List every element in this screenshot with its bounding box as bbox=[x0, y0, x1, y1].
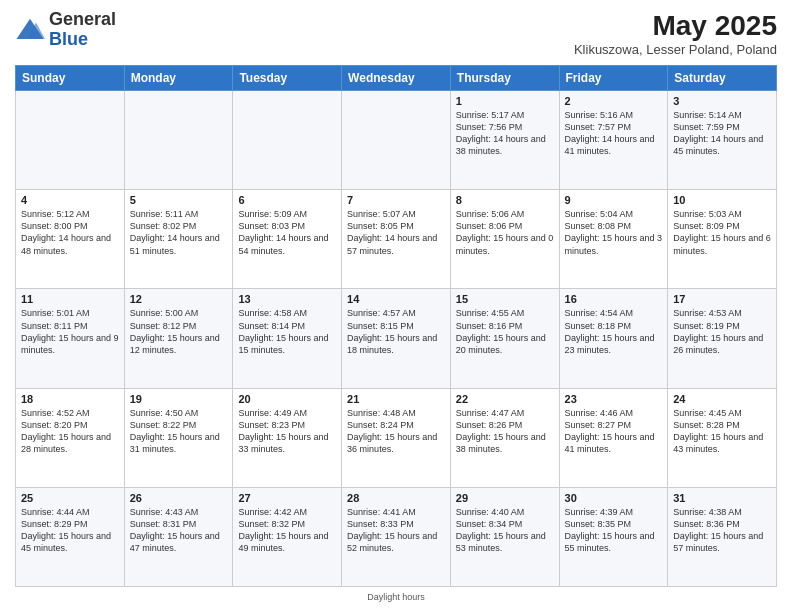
calendar-cell bbox=[16, 91, 125, 190]
day-number: 1 bbox=[456, 95, 554, 107]
calendar-cell: 27Sunrise: 4:42 AM Sunset: 8:32 PM Dayli… bbox=[233, 487, 342, 586]
day-number: 5 bbox=[130, 194, 228, 206]
calendar-cell: 28Sunrise: 4:41 AM Sunset: 8:33 PM Dayli… bbox=[342, 487, 451, 586]
calendar-cell: 5Sunrise: 5:11 AM Sunset: 8:02 PM Daylig… bbox=[124, 190, 233, 289]
day-number: 7 bbox=[347, 194, 445, 206]
calendar-cell: 29Sunrise: 4:40 AM Sunset: 8:34 PM Dayli… bbox=[450, 487, 559, 586]
calendar-cell: 15Sunrise: 4:55 AM Sunset: 8:16 PM Dayli… bbox=[450, 289, 559, 388]
day-number: 19 bbox=[130, 393, 228, 405]
day-info: Sunrise: 4:42 AM Sunset: 8:32 PM Dayligh… bbox=[238, 506, 336, 555]
calendar-cell: 19Sunrise: 4:50 AM Sunset: 8:22 PM Dayli… bbox=[124, 388, 233, 487]
day-info: Sunrise: 5:14 AM Sunset: 7:59 PM Dayligh… bbox=[673, 109, 771, 158]
day-info: Sunrise: 4:57 AM Sunset: 8:15 PM Dayligh… bbox=[347, 307, 445, 356]
day-info: Sunrise: 4:46 AM Sunset: 8:27 PM Dayligh… bbox=[565, 407, 663, 456]
day-info: Sunrise: 5:16 AM Sunset: 7:57 PM Dayligh… bbox=[565, 109, 663, 158]
day-number: 4 bbox=[21, 194, 119, 206]
weekday-header-thursday: Thursday bbox=[450, 66, 559, 91]
day-number: 28 bbox=[347, 492, 445, 504]
day-number: 13 bbox=[238, 293, 336, 305]
calendar-cell: 1Sunrise: 5:17 AM Sunset: 7:56 PM Daylig… bbox=[450, 91, 559, 190]
day-info: Sunrise: 4:40 AM Sunset: 8:34 PM Dayligh… bbox=[456, 506, 554, 555]
calendar-week-4: 18Sunrise: 4:52 AM Sunset: 8:20 PM Dayli… bbox=[16, 388, 777, 487]
day-info: Sunrise: 5:11 AM Sunset: 8:02 PM Dayligh… bbox=[130, 208, 228, 257]
day-info: Sunrise: 4:49 AM Sunset: 8:23 PM Dayligh… bbox=[238, 407, 336, 456]
day-number: 11 bbox=[21, 293, 119, 305]
day-info: Sunrise: 4:39 AM Sunset: 8:35 PM Dayligh… bbox=[565, 506, 663, 555]
calendar-cell bbox=[342, 91, 451, 190]
day-number: 25 bbox=[21, 492, 119, 504]
calendar-week-1: 1Sunrise: 5:17 AM Sunset: 7:56 PM Daylig… bbox=[16, 91, 777, 190]
weekday-header-monday: Monday bbox=[124, 66, 233, 91]
day-number: 14 bbox=[347, 293, 445, 305]
day-number: 31 bbox=[673, 492, 771, 504]
calendar-cell: 16Sunrise: 4:54 AM Sunset: 8:18 PM Dayli… bbox=[559, 289, 668, 388]
weekday-header-friday: Friday bbox=[559, 66, 668, 91]
calendar-cell: 20Sunrise: 4:49 AM Sunset: 8:23 PM Dayli… bbox=[233, 388, 342, 487]
day-info: Sunrise: 4:41 AM Sunset: 8:33 PM Dayligh… bbox=[347, 506, 445, 555]
day-number: 20 bbox=[238, 393, 336, 405]
main-title: May 2025 bbox=[574, 10, 777, 42]
day-info: Sunrise: 4:38 AM Sunset: 8:36 PM Dayligh… bbox=[673, 506, 771, 555]
footer-note: Daylight hours bbox=[15, 592, 777, 602]
calendar-cell: 21Sunrise: 4:48 AM Sunset: 8:24 PM Dayli… bbox=[342, 388, 451, 487]
calendar-cell: 7Sunrise: 5:07 AM Sunset: 8:05 PM Daylig… bbox=[342, 190, 451, 289]
logo-text: General Blue bbox=[49, 10, 116, 50]
day-info: Sunrise: 4:53 AM Sunset: 8:19 PM Dayligh… bbox=[673, 307, 771, 356]
header: General Blue May 2025 Klikuszowa, Lesser… bbox=[15, 10, 777, 57]
day-number: 23 bbox=[565, 393, 663, 405]
day-number: 12 bbox=[130, 293, 228, 305]
title-block: May 2025 Klikuszowa, Lesser Poland, Pola… bbox=[574, 10, 777, 57]
day-info: Sunrise: 5:00 AM Sunset: 8:12 PM Dayligh… bbox=[130, 307, 228, 356]
subtitle: Klikuszowa, Lesser Poland, Poland bbox=[574, 42, 777, 57]
calendar-cell: 13Sunrise: 4:58 AM Sunset: 8:14 PM Dayli… bbox=[233, 289, 342, 388]
weekday-header-tuesday: Tuesday bbox=[233, 66, 342, 91]
weekday-header-saturday: Saturday bbox=[668, 66, 777, 91]
calendar-cell: 3Sunrise: 5:14 AM Sunset: 7:59 PM Daylig… bbox=[668, 91, 777, 190]
day-number: 18 bbox=[21, 393, 119, 405]
day-info: Sunrise: 4:45 AM Sunset: 8:28 PM Dayligh… bbox=[673, 407, 771, 456]
day-info: Sunrise: 5:07 AM Sunset: 8:05 PM Dayligh… bbox=[347, 208, 445, 257]
day-info: Sunrise: 4:54 AM Sunset: 8:18 PM Dayligh… bbox=[565, 307, 663, 356]
calendar-cell: 12Sunrise: 5:00 AM Sunset: 8:12 PM Dayli… bbox=[124, 289, 233, 388]
calendar-cell bbox=[124, 91, 233, 190]
day-number: 30 bbox=[565, 492, 663, 504]
day-info: Sunrise: 5:12 AM Sunset: 8:00 PM Dayligh… bbox=[21, 208, 119, 257]
calendar-week-5: 25Sunrise: 4:44 AM Sunset: 8:29 PM Dayli… bbox=[16, 487, 777, 586]
day-number: 9 bbox=[565, 194, 663, 206]
day-info: Sunrise: 4:44 AM Sunset: 8:29 PM Dayligh… bbox=[21, 506, 119, 555]
calendar-table: SundayMondayTuesdayWednesdayThursdayFrid… bbox=[15, 65, 777, 587]
calendar-header-row: SundayMondayTuesdayWednesdayThursdayFrid… bbox=[16, 66, 777, 91]
calendar-cell: 2Sunrise: 5:16 AM Sunset: 7:57 PM Daylig… bbox=[559, 91, 668, 190]
day-info: Sunrise: 5:06 AM Sunset: 8:06 PM Dayligh… bbox=[456, 208, 554, 257]
calendar-cell: 22Sunrise: 4:47 AM Sunset: 8:26 PM Dayli… bbox=[450, 388, 559, 487]
page: General Blue May 2025 Klikuszowa, Lesser… bbox=[0, 0, 792, 612]
calendar-cell: 17Sunrise: 4:53 AM Sunset: 8:19 PM Dayli… bbox=[668, 289, 777, 388]
calendar-cell: 31Sunrise: 4:38 AM Sunset: 8:36 PM Dayli… bbox=[668, 487, 777, 586]
calendar-cell: 23Sunrise: 4:46 AM Sunset: 8:27 PM Dayli… bbox=[559, 388, 668, 487]
calendar-cell bbox=[233, 91, 342, 190]
weekday-header-sunday: Sunday bbox=[16, 66, 125, 91]
day-number: 15 bbox=[456, 293, 554, 305]
logo: General Blue bbox=[15, 10, 116, 50]
day-info: Sunrise: 4:50 AM Sunset: 8:22 PM Dayligh… bbox=[130, 407, 228, 456]
day-info: Sunrise: 4:48 AM Sunset: 8:24 PM Dayligh… bbox=[347, 407, 445, 456]
day-number: 29 bbox=[456, 492, 554, 504]
day-info: Sunrise: 4:55 AM Sunset: 8:16 PM Dayligh… bbox=[456, 307, 554, 356]
weekday-header-wednesday: Wednesday bbox=[342, 66, 451, 91]
day-info: Sunrise: 4:58 AM Sunset: 8:14 PM Dayligh… bbox=[238, 307, 336, 356]
calendar-cell: 11Sunrise: 5:01 AM Sunset: 8:11 PM Dayli… bbox=[16, 289, 125, 388]
calendar-cell: 8Sunrise: 5:06 AM Sunset: 8:06 PM Daylig… bbox=[450, 190, 559, 289]
day-info: Sunrise: 5:03 AM Sunset: 8:09 PM Dayligh… bbox=[673, 208, 771, 257]
logo-icon bbox=[15, 15, 45, 45]
calendar-week-3: 11Sunrise: 5:01 AM Sunset: 8:11 PM Dayli… bbox=[16, 289, 777, 388]
day-info: Sunrise: 4:43 AM Sunset: 8:31 PM Dayligh… bbox=[130, 506, 228, 555]
day-info: Sunrise: 5:04 AM Sunset: 8:08 PM Dayligh… bbox=[565, 208, 663, 257]
day-number: 26 bbox=[130, 492, 228, 504]
day-number: 2 bbox=[565, 95, 663, 107]
day-info: Sunrise: 5:01 AM Sunset: 8:11 PM Dayligh… bbox=[21, 307, 119, 356]
calendar-cell: 10Sunrise: 5:03 AM Sunset: 8:09 PM Dayli… bbox=[668, 190, 777, 289]
calendar-cell: 30Sunrise: 4:39 AM Sunset: 8:35 PM Dayli… bbox=[559, 487, 668, 586]
day-number: 21 bbox=[347, 393, 445, 405]
day-number: 16 bbox=[565, 293, 663, 305]
day-info: Sunrise: 5:09 AM Sunset: 8:03 PM Dayligh… bbox=[238, 208, 336, 257]
